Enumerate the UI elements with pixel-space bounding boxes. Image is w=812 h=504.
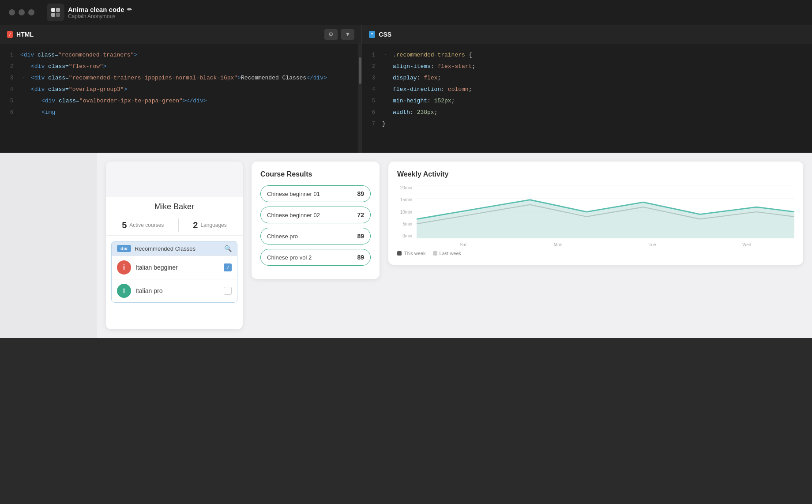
result-name-3: Chinese pro <box>267 233 298 240</box>
css-panel-header: * CSS <box>362 25 812 44</box>
svg-rect-3 <box>56 13 60 17</box>
svg-rect-2 <box>51 13 55 17</box>
traffic-light-minimize[interactable] <box>19 9 25 15</box>
results-card-title: Course Results <box>260 170 371 178</box>
result-item-4: Chinese pro vol 2 89 <box>260 249 371 266</box>
html-line-1: 1 <div class="recommended-trainers"> <box>0 49 361 61</box>
rec-title: Recommended Classes <box>135 245 224 252</box>
course-item-2: i Italian pro <box>112 279 237 302</box>
course-name-italian-pro: Italian pro <box>135 287 219 294</box>
course-name-italian-beginner: Italian begginer <box>135 264 219 271</box>
html-panel: / HTML ⚙ ▼ 1 <div class="recommended-tra… <box>0 25 362 153</box>
legend-dot-this-week <box>397 251 402 256</box>
result-name-1: Chinese beginner 01 <box>267 191 320 197</box>
css-tab[interactable]: * CSS <box>369 31 391 38</box>
result-score-4: 89 <box>357 254 364 261</box>
result-score-2: 72 <box>357 211 364 218</box>
results-card: Course Results Chinese beginner 01 89 Ch… <box>252 162 380 279</box>
y-label-0: 0min <box>402 233 412 238</box>
x-label-sun: Sun <box>460 242 468 247</box>
app-title-group: Anima clean code ✏ Captain Anonymous <box>68 6 132 19</box>
html-tab[interactable]: / HTML <box>7 31 34 38</box>
course-checkbox-italian-beginner[interactable]: ✓ <box>224 263 232 271</box>
course-icon-italian-beginner: i <box>117 260 131 275</box>
trainer-card: Mike Baker 5 Active courses 2 Languages … <box>106 162 243 329</box>
result-score-1: 89 <box>357 190 364 197</box>
result-name-4: Chinese pro vol 2 <box>267 254 312 261</box>
x-label-tue: Tue <box>649 242 656 247</box>
stat-languages-num: 2 <box>193 220 198 230</box>
activity-card-title: Weekly Activity <box>397 170 794 178</box>
html-tab-label: HTML <box>16 31 34 38</box>
y-label-5: 5min <box>402 222 412 226</box>
edit-icon[interactable]: ✏ <box>127 6 132 13</box>
svg-rect-1 <box>56 8 60 12</box>
stat-courses-num: 5 <box>122 220 127 230</box>
css-line-2: 2 align-items: flex-start; <box>362 61 812 72</box>
html-line-5: 5 <div class="ovalborder-1px-te-papa-gre… <box>0 95 361 107</box>
dropdown-button[interactable]: ▼ <box>341 29 354 40</box>
result-score-3: 89 <box>357 233 364 240</box>
chart-svg-container <box>417 185 794 238</box>
legend-this-week: This week <box>397 251 426 256</box>
html-line-2: 2 <div class="flex-row"> <box>0 61 361 72</box>
settings-button[interactable]: ⚙ <box>324 29 338 40</box>
div-badge: div <box>117 245 131 252</box>
html-code-area: 1 <div class="recommended-trainers"> 2 <… <box>0 44 361 153</box>
css-badge: * <box>369 31 375 38</box>
html-panel-actions: ⚙ ▼ <box>324 29 354 40</box>
chart-legend: This week Last week <box>397 251 794 256</box>
preview-content: Mike Baker 5 Active courses 2 Languages … <box>97 153 812 338</box>
traffic-lights <box>9 9 34 15</box>
trainer-name: Mike Baker <box>106 197 243 215</box>
trainer-stats: 5 Active courses 2 Languages <box>106 215 243 236</box>
svg-marker-9 <box>417 200 794 238</box>
scrollbar[interactable] <box>358 44 362 153</box>
scrollbar-thumb[interactable] <box>359 57 361 84</box>
x-axis: Sun Mon Tue Wed <box>417 242 794 247</box>
css-line-5: 5 min-height: 152px; <box>362 95 812 107</box>
app-subtitle: Captain Anonymous <box>68 13 132 19</box>
html-panel-header: / HTML ⚙ ▼ <box>0 25 361 44</box>
y-axis: 20min 15min 10min 5min 0min <box>397 185 415 238</box>
result-item-2: Chinese beginner 02 72 <box>260 207 371 223</box>
stat-divider <box>178 218 179 232</box>
svg-rect-0 <box>51 8 55 12</box>
titlebar: Anima clean code ✏ Captain Anonymous <box>0 0 812 25</box>
result-item-3: Chinese pro 89 <box>260 228 371 244</box>
legend-last-week: Last week <box>433 251 462 256</box>
rec-section-header: div Recommended Classes 🔍 <box>112 241 237 256</box>
stat-courses: 5 Active courses <box>122 218 164 232</box>
x-label-mon: Mon <box>554 242 562 247</box>
app-title: Anima clean code ✏ <box>68 6 132 13</box>
trainer-header <box>106 162 243 197</box>
stat-languages-label: Languages <box>200 222 226 228</box>
course-checkbox-italian-pro[interactable] <box>224 287 232 295</box>
html-code-content: 1 <div class="recommended-trainers"> 2 <… <box>0 44 361 124</box>
css-tab-label: CSS <box>379 31 391 38</box>
course-icon-italian-pro: i <box>117 284 131 298</box>
html-line-3: 3 · <div class="recommended-trainers-1po… <box>0 72 361 84</box>
y-label-20: 20min <box>400 185 412 190</box>
y-label-15: 15min <box>400 197 412 202</box>
y-label-10: 10min <box>400 210 412 214</box>
traffic-light-close[interactable] <box>9 9 15 15</box>
css-line-7: 7 } <box>362 118 812 130</box>
css-line-6: 6 width: 238px; <box>362 107 812 118</box>
stat-languages: 2 Languages <box>193 218 227 232</box>
stat-courses-label: Active courses <box>129 222 164 228</box>
html-line-6: 6 <img <box>0 107 361 118</box>
html-line-4: 4 <div class="overlap-group3"> <box>0 84 361 95</box>
legend-dot-last-week <box>433 251 437 256</box>
result-item-1: Chinese beginner 01 89 <box>260 185 371 202</box>
traffic-light-maximize[interactable] <box>28 9 34 15</box>
app-icon <box>47 4 64 21</box>
app-title-text: Anima clean code <box>68 6 124 13</box>
x-label-wed: Wed <box>742 242 751 247</box>
css-code-content: 1 · .recommended-trainers { 2 align-item… <box>362 44 812 153</box>
activity-card: Weekly Activity 20min 15min 10min 5min 0… <box>388 162 803 265</box>
course-item-1: i Italian begginer ✓ <box>112 256 237 279</box>
html-panel-wrapper: / HTML ⚙ ▼ 1 <div class="recommended-tra… <box>0 25 362 153</box>
recommended-classes-section: div Recommended Classes 🔍 i Italian begg… <box>111 241 237 303</box>
search-icon[interactable]: 🔍 <box>224 245 232 252</box>
